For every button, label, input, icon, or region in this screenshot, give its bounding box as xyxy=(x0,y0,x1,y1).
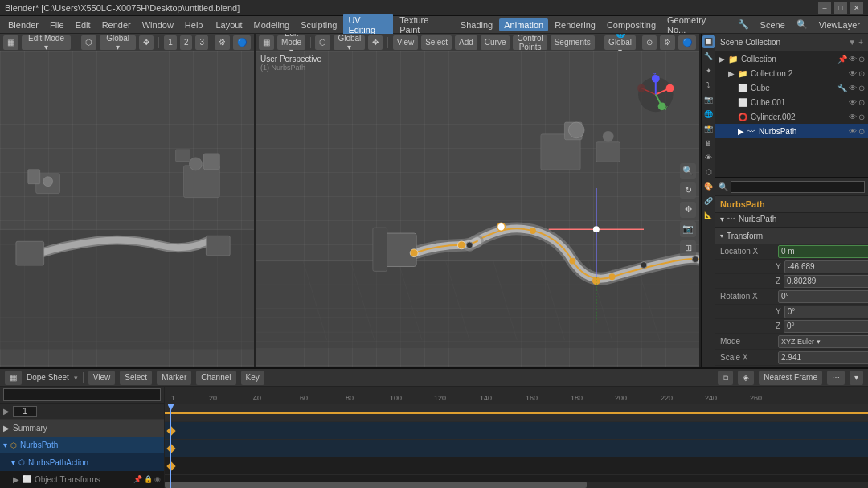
nav-camera-icon[interactable]: 📷 xyxy=(680,221,696,237)
props-icon-constraints[interactable]: 🔗 xyxy=(702,195,715,207)
workspace-shading[interactable]: Shading xyxy=(456,18,497,31)
col2-hide-icon[interactable]: ⊙ xyxy=(858,69,865,78)
nav-move-icon[interactable]: ✥ xyxy=(680,202,696,218)
left-vp-vertex-select[interactable]: ⬡ xyxy=(81,35,96,50)
maximize-button[interactable]: □ xyxy=(834,2,847,14)
scale-y-input[interactable] xyxy=(784,367,868,368)
rotation-z-input[interactable] xyxy=(784,320,868,333)
search-icon[interactable]: 🔍 xyxy=(792,18,813,31)
left-viewport-canvas[interactable] xyxy=(0,51,254,367)
outliner-new-icon[interactable]: + xyxy=(858,38,863,47)
right-vp-add-menu[interactable]: Add xyxy=(455,35,477,50)
props-icon-physics[interactable]: ⤵ xyxy=(702,79,715,92)
right-vp-snap[interactable]: ✥ xyxy=(368,35,383,50)
np-hide-icon[interactable]: ⊙ xyxy=(858,127,865,136)
location-z-input[interactable] xyxy=(784,275,868,288)
rotation-mode-input[interactable] xyxy=(778,335,868,348)
outliner-item-cylinder[interactable]: ⭕ Cylinder.002 👁 ⊙ xyxy=(715,109,868,124)
tl-row-nurbspath[interactable]: ▾ ⬡ NurbsPath xyxy=(0,437,164,453)
tl-toggle-icon[interactable]: ▶ xyxy=(3,407,10,416)
viewlayer-selector[interactable]: ViewLayer xyxy=(814,18,865,31)
tl-row-nurbspathaction[interactable]: ▾ ⬡ NurbsPathAction xyxy=(0,453,164,470)
right-vp-overlay[interactable]: ⚙ xyxy=(660,35,675,50)
workspace-rendering[interactable]: Rendering xyxy=(550,18,600,31)
outliner-filter-icon[interactable]: ▼ xyxy=(848,38,856,47)
tl-onion-icon[interactable]: ◈ xyxy=(738,371,754,385)
outliner-item-collection2[interactable]: ▶ 📁 Collection 2 👁 ⊙ xyxy=(715,66,868,80)
tl-channel-menu[interactable]: Channel xyxy=(196,371,235,385)
menu-render[interactable]: Render xyxy=(97,18,136,31)
col-hide-icon[interactable]: ⊙ xyxy=(858,55,865,64)
props-icon-world[interactable]: 🌐 xyxy=(702,108,715,121)
left-vp-overlay[interactable]: ⚙ xyxy=(215,35,230,50)
workspace-compositing[interactable]: Compositing xyxy=(602,18,661,31)
props-icon-particles[interactable]: ✦ xyxy=(702,64,715,77)
tl-row-summary[interactable]: ▶ Summary xyxy=(0,420,164,437)
workspace-uv-editing[interactable]: UV Editing xyxy=(343,14,393,36)
cube001-eye-icon[interactable]: 👁 xyxy=(849,98,857,107)
props-icon-output[interactable]: 🖥 xyxy=(702,137,715,150)
cube-hide-icon[interactable]: ⊙ xyxy=(858,84,865,92)
location-x-input[interactable] xyxy=(778,245,868,258)
outliner-item-nurbspath[interactable]: ▶ 〰 NurbsPath 👁 ⊙ xyxy=(715,124,868,138)
cyl-hide-icon[interactable]: ⊙ xyxy=(858,113,865,121)
minimize-button[interactable]: – xyxy=(818,2,831,14)
timeline-tracks[interactable]: 1 20 40 60 80 100 120 140 160 180 200 22… xyxy=(165,387,868,488)
workspace-sculpting[interactable]: Sculpting xyxy=(296,18,342,31)
tl-more-options[interactable]: ⋯ xyxy=(827,371,845,385)
tl-editor-type[interactable]: ▦ xyxy=(5,371,22,385)
props-icon-modifier[interactable]: 🔧 xyxy=(702,50,715,63)
tl-filter-icon[interactable]: ⧉ xyxy=(718,371,733,385)
right-vp-editor-type[interactable]: ▦ xyxy=(259,35,274,50)
tl-scrollbar-thumb[interactable] xyxy=(165,482,587,488)
props-search-input[interactable] xyxy=(731,181,865,193)
cyl-eye-icon[interactable]: 👁 xyxy=(849,113,857,121)
tl-marker-menu[interactable]: Marker xyxy=(157,371,191,385)
tl-frame-snap[interactable]: Nearest Frame xyxy=(759,371,822,385)
outliner-item-cube001[interactable]: ⬜ Cube.001 👁 ⊙ xyxy=(715,95,868,109)
np-eye-icon[interactable]: 👁 xyxy=(849,127,857,136)
workspace-geometry[interactable]: Geometry No... xyxy=(662,14,730,36)
right-vp-view-menu[interactable]: View xyxy=(393,35,419,50)
right-vp-vertex-select[interactable]: ⬡ xyxy=(315,35,330,50)
menu-edit[interactable]: Edit xyxy=(71,18,96,31)
workspace-texture-paint[interactable]: Texture Paint xyxy=(395,14,454,36)
cube001-hide-icon[interactable]: ⊙ xyxy=(858,98,865,107)
left-vp-snap[interactable]: ✥ xyxy=(139,35,154,50)
props-icon-object[interactable]: 🔲 xyxy=(702,35,715,48)
props-icon-material[interactable]: 🎨 xyxy=(702,180,715,193)
left-vp-vertex-mode[interactable]: 1 xyxy=(164,35,177,50)
ot-lock-icon[interactable]: 🔒 xyxy=(144,475,153,483)
props-icon-data[interactable]: 📐 xyxy=(702,209,715,222)
right-vp-global[interactable]: 🌐 Global ▾ xyxy=(604,35,636,50)
right-vp-mode[interactable]: Edit Mode ▾ xyxy=(277,35,305,50)
right-vp-select-menu[interactable]: Select xyxy=(421,35,452,50)
props-icon-view-layer[interactable]: 👁 xyxy=(702,151,715,164)
nav-rotate-icon[interactable]: ↻ xyxy=(680,182,696,199)
tl-search-input[interactable] xyxy=(3,388,161,401)
tl-row-transforms[interactable]: ▶ ⬜ Object Transforms 📌 🔒 ◉ xyxy=(0,471,164,488)
tl-collapse[interactable]: ▾ xyxy=(850,371,863,385)
col-eye-icon[interactable]: 👁 xyxy=(849,55,857,64)
right-vp-curve-menu[interactable]: Curve xyxy=(481,35,510,50)
right-vp-gizmo[interactable]: 🔵 xyxy=(678,35,696,50)
props-icon-object-data[interactable]: ⬡ xyxy=(702,166,715,178)
left-vp-edge-mode[interactable]: 2 xyxy=(180,35,193,50)
location-y-input[interactable] xyxy=(784,260,868,273)
left-vp-transform-orient[interactable]: Global ▾ xyxy=(100,35,136,50)
outliner-item-cube[interactable]: ⬜ Cube 🔧 👁 ⊙ xyxy=(715,80,868,95)
workspace-modeling[interactable]: Modeling xyxy=(248,18,294,31)
menu-tools-icon[interactable]: 🔧 xyxy=(733,18,754,31)
transform-header[interactable]: ▾ Transform xyxy=(715,228,868,244)
scale-x-input[interactable] xyxy=(778,351,868,364)
ot-pin-icon[interactable]: 📌 xyxy=(133,475,142,483)
right-vp-control-points[interactable]: Control Points xyxy=(513,35,547,50)
props-icon-render[interactable]: 📸 xyxy=(702,122,715,135)
tl-frame-input[interactable] xyxy=(13,406,37,417)
rotation-x-input[interactable] xyxy=(778,290,868,303)
right-vp-transform-orient[interactable]: Global ▾ xyxy=(334,35,365,50)
tl-view-menu[interactable]: View xyxy=(88,371,116,385)
left-vp-mode[interactable]: Edit Mode ▾ xyxy=(22,35,71,50)
close-button[interactable]: ✕ xyxy=(850,2,863,14)
cube-eye-icon[interactable]: 👁 xyxy=(849,84,857,92)
